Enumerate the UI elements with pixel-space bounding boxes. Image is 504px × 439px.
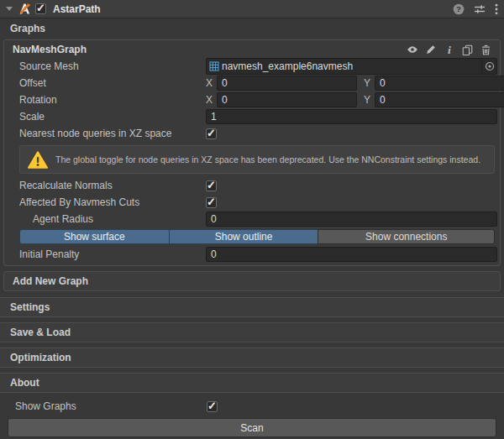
agent-radius-input[interactable] [206,212,497,227]
foldout-arrow-icon[interactable] [6,7,13,11]
rotation-label: Rotation [19,94,206,106]
show-graphs-label: Show Graphs [15,400,207,412]
axis-y-label: Y [364,94,372,106]
navmesh-cuts-label: Affected By Navmesh Cuts [19,196,206,208]
rotation-row: Rotation X Y Z [4,91,497,108]
show-connections-button[interactable]: Show connections [318,229,495,244]
offset-y-input[interactable] [375,76,504,91]
offset-x-input[interactable] [217,76,357,91]
warning-triangle-icon [28,151,48,169]
save-load-label: Save & Load [10,327,71,338]
visibility-eye-icon[interactable] [406,44,418,56]
scale-label: Scale [19,111,206,123]
optimization-section-header[interactable]: Optimization [0,348,504,368]
show-surface-button[interactable]: Show surface [19,229,170,244]
settings-section-header[interactable]: Settings [0,297,504,317]
duplicate-icon[interactable] [461,44,474,56]
scale-row: Scale [4,108,497,125]
xz-query-row: Nearest node queries in XZ space [4,125,497,142]
graphs-section-label: Graphs [10,23,45,34]
info-icon[interactable]: i [443,44,455,56]
about-label: About [10,377,39,389]
recalculate-normals-row: Recalculate Normals [4,177,497,194]
offset-vector: X Y Z [206,76,504,91]
xz-query-label: Nearest node queries in XZ space [19,128,206,139]
object-picker-icon[interactable] [481,59,496,74]
rotation-y-input[interactable] [375,92,504,107]
graphs-section-header[interactable]: Graphs [0,18,504,39]
recalculate-normals-label: Recalculate Normals [19,180,206,191]
svg-text:i: i [448,44,451,55]
add-new-graph-label: Add New Graph [13,275,88,287]
component-enabled-checkbox[interactable] [35,3,46,14]
settings-label: Settings [10,301,50,313]
agent-radius-label: Agent Radius [19,213,206,225]
presets-icon[interactable] [474,3,486,15]
warning-text: The global toggle for node queries in XZ… [55,154,480,165]
optimization-label: Optimization [10,352,71,363]
edit-pencil-icon[interactable] [424,44,437,56]
navmesh-cuts-checkbox[interactable] [206,197,217,208]
offset-row: Offset X Y Z [4,75,497,91]
menu-kebab-icon[interactable] [495,3,498,15]
component-title: AstarPath [53,3,101,15]
rotation-vector: X Y Z [206,92,504,107]
help-icon[interactable]: ? [453,3,465,15]
delete-trash-icon[interactable] [480,44,492,56]
save-load-section-header[interactable]: Save & Load [0,322,504,342]
about-section-header[interactable]: About [0,373,504,393]
initial-penalty-label: Initial Penalty [19,248,206,260]
axis-x-label: X [206,94,214,106]
navmeshgraph-header[interactable]: NavMeshGraph i [4,41,497,58]
source-mesh-object-field[interactable]: navmesh_example6navmesh [206,58,497,75]
navmeshgraph-title: NavMeshGraph [13,44,87,55]
navmeshgraph-group: NavMeshGraph i [3,39,501,266]
scale-input[interactable] [206,109,497,124]
show-graphs-row: Show Graphs [0,398,504,415]
debug-draw-button-group: Show surface Show outline Show connectio… [19,229,495,244]
component-header: AstarPath ? [0,0,504,18]
initial-penalty-input[interactable] [206,247,497,262]
show-outline-button[interactable]: Show outline [169,229,319,244]
initial-penalty-row: Initial Penalty [4,246,497,263]
astar-logo-icon [18,3,31,15]
svg-text:?: ? [456,4,461,13]
offset-label: Offset [19,77,206,89]
rotation-x-input[interactable] [217,92,357,107]
show-graphs-checkbox[interactable] [207,401,218,412]
source-mesh-row: Source Mesh navmesh_example6navmesh [4,58,497,75]
agent-radius-row: Agent Radius [4,211,497,227]
mesh-grid-icon [209,61,219,71]
scan-button[interactable]: Scan [8,418,496,437]
source-mesh-label: Source Mesh [19,60,206,72]
navmesh-cuts-row: Affected By Navmesh Cuts [4,194,497,211]
axis-y-label: Y [364,77,372,89]
xz-query-checkbox[interactable] [206,128,217,139]
add-new-graph-button[interactable]: Add New Graph [3,271,501,291]
deprecation-warning-box: The global toggle for node queries in XZ… [19,145,495,174]
recalculate-normals-checkbox[interactable] [206,180,217,191]
source-mesh-value: navmesh_example6navmesh [222,60,481,72]
axis-x-label: X [206,77,214,89]
